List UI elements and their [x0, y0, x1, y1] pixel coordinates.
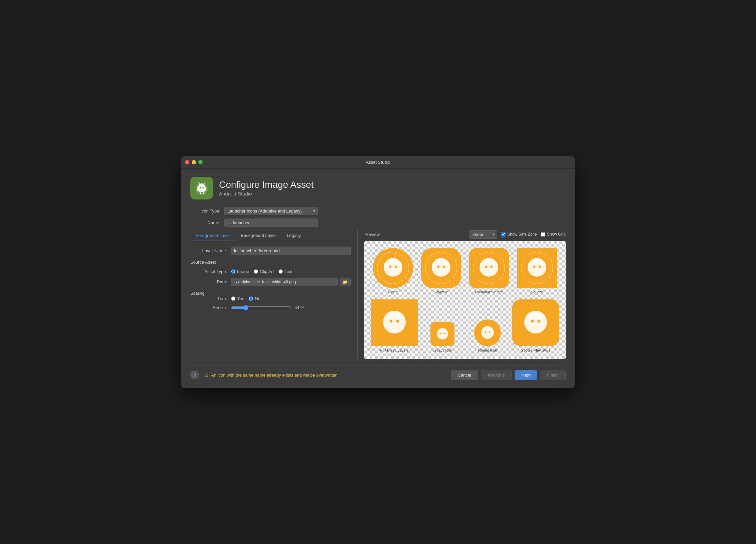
face-icon-round: [479, 324, 497, 342]
main-area: Foreground Layer Background Layer Legacy…: [190, 230, 566, 359]
name-label: Name:: [190, 220, 220, 225]
source-asset-section: Source Asset: [190, 259, 351, 265]
layer-tabs: Foreground Layer Background Layer Legacy: [190, 230, 351, 241]
scaling-label: Scaling: [190, 291, 205, 296]
asset-type-radio-group: Image Clip Art Text: [231, 269, 293, 274]
path-input[interactable]: [231, 278, 338, 286]
radio-clip-art[interactable]: Clip Art: [254, 269, 274, 274]
face-icon-square: [524, 255, 550, 281]
maximize-button[interactable]: [198, 160, 203, 164]
layer-name-input[interactable]: [231, 247, 351, 255]
label-play-store: Google Play Store: [521, 348, 550, 352]
svg-point-23: [396, 319, 399, 322]
radio-trim-no-input[interactable]: [249, 296, 253, 301]
warning-message: ⚠ An icon with the same name already exi…: [204, 373, 339, 378]
show-safe-zone-label[interactable]: Show Safe Zone: [501, 232, 537, 237]
icon-type-select[interactable]: Launcher Icons (Adaptive and Legacy): [224, 207, 318, 215]
preview-round: Round Icon: [467, 319, 509, 352]
minimize-button[interactable]: [192, 160, 196, 164]
trim-radio-group: Yes No: [231, 296, 260, 301]
icon-type-select-wrapper: Launcher Icons (Adaptive and Legacy): [224, 207, 318, 215]
next-button[interactable]: Next: [515, 370, 538, 380]
radio-trim-yes[interactable]: Yes: [231, 296, 244, 301]
app-subtitle: Android Studio: [219, 191, 314, 196]
icon-legacy-shape: [430, 322, 454, 346]
svg-rect-4: [203, 192, 204, 194]
preview-square: Square: [515, 248, 559, 294]
dialog-content: Configure Image Asset Android Studio Ico…: [181, 169, 575, 388]
cancel-button[interactable]: Cancel: [451, 370, 478, 380]
icon-type-row: Icon Type: Launcher Icons (Adaptive and …: [190, 207, 566, 215]
svg-point-5: [200, 187, 201, 188]
previous-button[interactable]: Previous: [481, 370, 512, 380]
face-icon-legacy: [434, 326, 450, 342]
svg-point-20: [539, 265, 541, 268]
name-input[interactable]: [224, 219, 318, 227]
show-grid-text: Show Grid: [547, 232, 566, 237]
radio-clip-art-input[interactable]: [254, 269, 258, 274]
label-full-bleed: Full Bleed Layers: [380, 348, 409, 352]
logo-icon: [194, 180, 210, 196]
face-icon-squircle: [428, 255, 454, 281]
trim-row: Trim: Yes No: [190, 296, 351, 301]
radio-text[interactable]: Text: [278, 269, 293, 274]
radio-trim-no[interactable]: No: [249, 296, 260, 301]
preview-circle: Circle: [371, 248, 415, 294]
face-icon-full-bleed: [378, 306, 411, 339]
icon-play-store-shape: [512, 299, 559, 346]
svg-point-11: [394, 265, 397, 268]
tab-background-layer[interactable]: Background Layer: [235, 230, 281, 241]
resize-slider[interactable]: [231, 305, 291, 310]
path-label: Path:: [190, 279, 227, 284]
radio-image-label: Image: [237, 269, 249, 274]
preview-legacy: Legacy Icon: [422, 322, 463, 352]
show-grid-checkbox[interactable]: [541, 232, 545, 237]
radio-image-input[interactable]: [231, 269, 235, 274]
tab-foreground-layer[interactable]: Foreground Layer: [190, 230, 235, 241]
label-circle: Circle: [388, 290, 398, 294]
radio-text-label: Text: [285, 269, 293, 274]
svg-point-22: [390, 319, 393, 322]
radio-clip-art-label: Clip Art: [260, 269, 274, 274]
preview-squircle: Squircle: [419, 248, 463, 294]
resize-label: Resize:: [190, 305, 227, 310]
radio-trim-yes-input[interactable]: [231, 296, 235, 301]
icon-type-label: Icon Type:: [190, 209, 220, 214]
show-grid-label[interactable]: Show Grid: [541, 232, 566, 237]
svg-point-10: [389, 265, 391, 268]
svg-point-25: [440, 332, 441, 334]
titlebar: Asset Studio: [181, 156, 575, 169]
finish-button[interactable]: Finish: [540, 370, 566, 380]
svg-point-31: [531, 319, 534, 322]
resize-row: Resize: 44 %: [190, 305, 351, 310]
svg-point-32: [538, 319, 541, 322]
panel-divider: [357, 230, 358, 359]
svg-point-14: [442, 265, 445, 268]
radio-image[interactable]: Image: [231, 269, 249, 274]
label-square: Square: [531, 290, 543, 294]
show-safe-zone-checkbox[interactable]: [501, 232, 506, 237]
radio-text-input[interactable]: [278, 269, 283, 274]
left-panel: Foreground Layer Background Layer Legacy…: [190, 230, 351, 314]
preview-label: Preview: [364, 232, 380, 237]
header-text: Configure Image Asset Android Studio: [219, 179, 314, 196]
dialog-title: Configure Image Asset: [219, 179, 314, 190]
preview-header: Preview xhdpixxhdpixxxhdpi Show Safe Zon…: [364, 230, 566, 239]
asset-type-label: Asset Type:: [190, 269, 227, 274]
browse-button[interactable]: 📁: [340, 278, 351, 286]
tab-legacy[interactable]: Legacy: [281, 230, 306, 241]
svg-rect-2: [205, 187, 206, 191]
close-button[interactable]: [185, 160, 189, 164]
path-row: Path: 📁: [190, 278, 351, 286]
density-select[interactable]: xhdpixxhdpixxxhdpi: [469, 230, 497, 239]
icon-rounded-square-shape: [469, 248, 509, 288]
source-asset-label: Source Asset: [190, 260, 216, 265]
svg-point-16: [485, 265, 488, 268]
help-button[interactable]: ?: [190, 371, 199, 379]
svg-point-26: [443, 332, 445, 334]
label-rounded-square: Rounded Square: [475, 290, 503, 294]
svg-point-29: [489, 331, 491, 333]
resize-slider-group: 44 %: [231, 305, 305, 310]
icon-square-shape: [517, 248, 557, 288]
icon-squircle-shape: [421, 248, 461, 288]
